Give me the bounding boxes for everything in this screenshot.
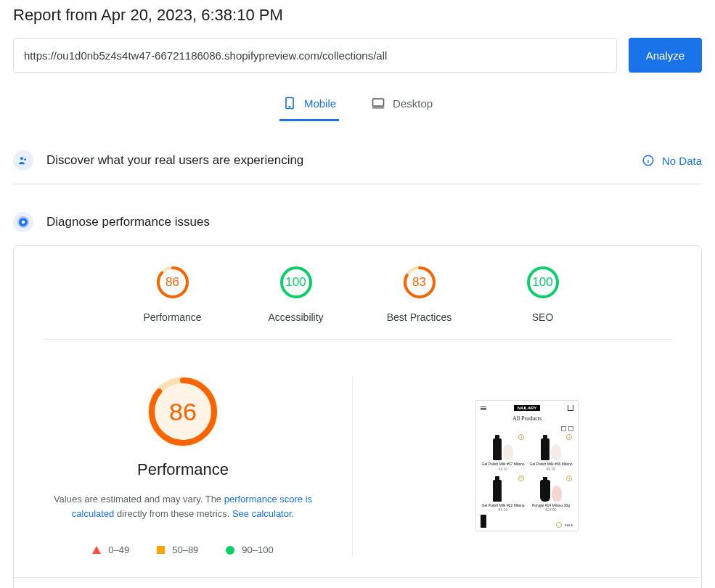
preview-product-3: $ Gel Polish Milk #22 Milano €9.00 [481, 475, 526, 513]
score-performance-label: Performance [143, 311, 201, 323]
score-seo-label: SEO [532, 311, 554, 323]
url-input[interactable] [13, 38, 617, 73]
score-seo[interactable]: 100 SEO [507, 265, 579, 323]
gauge-seo: 100 [526, 265, 560, 300]
tab-mobile-label: Mobile [304, 97, 336, 110]
svg-point-4 [20, 157, 23, 160]
legend-average-icon [157, 546, 165, 554]
discover-section-head: Discover what your real users are experi… [13, 143, 702, 184]
score-performance-value: 86 [155, 265, 190, 300]
metrics-header: METRICS Expand view [14, 577, 701, 588]
svg-point-10 [22, 221, 25, 224]
score-performance[interactable]: 86 Performance [136, 265, 209, 323]
tab-desktop-label: Desktop [393, 97, 433, 110]
preview-cart-icon [568, 405, 573, 411]
scores-row: 86 Performance 100 Accessibility 83 Best… [44, 262, 671, 340]
legend-pass-range: 90–100 [242, 544, 273, 555]
analyze-button[interactable]: Analyze [629, 38, 702, 73]
performance-description: Values are estimated and may vary. The p… [38, 492, 328, 521]
score-best-practices-value: 83 [402, 265, 437, 300]
nodata-text: No Data [662, 155, 702, 167]
score-best-practices-label: Best Practices [387, 311, 452, 323]
gauge-best-practices: 83 [402, 265, 437, 300]
nodata-link[interactable]: No Data [642, 154, 702, 167]
score-accessibility-label: Accessibility [268, 311, 323, 323]
preview-page-title: All Products [481, 415, 573, 422]
legend-fail-icon [92, 546, 101, 554]
gauge-accessibility: 100 [279, 265, 314, 300]
report-card: 86 Performance 100 Accessibility 83 Best… [13, 245, 702, 588]
score-best-practices[interactable]: 83 Best Practices [383, 265, 456, 323]
main-gauge-value: 86 [147, 376, 218, 447]
preview-product-2: $ Gel Polish Milk #36 Milano €9.00 [528, 434, 573, 471]
performance-heading: Performance [137, 460, 229, 479]
gauge-performance: 86 [155, 265, 190, 300]
preview-logo: NAILARY [514, 405, 541, 411]
score-accessibility[interactable]: 100 Accessibility [260, 265, 332, 323]
diagnose-section-head: Diagnose performance issues [13, 184, 702, 245]
desktop-icon [371, 96, 385, 110]
svg-rect-2 [373, 99, 384, 106]
see-calculator-link[interactable]: See calculator. [232, 508, 294, 519]
preview-product-1: $ Gel Polish Milk #37 Milano €9.00 [481, 434, 526, 471]
svg-point-5 [24, 158, 26, 160]
score-accessibility-value: 100 [279, 265, 314, 300]
report-title: Report from Apr 20, 2023, 6:38:10 PM [13, 6, 702, 25]
speedometer-icon [13, 212, 33, 232]
info-icon [642, 154, 655, 167]
legend-fail-range: 0–49 [108, 544, 129, 555]
score-legend: 0–49 50–89 90–100 [92, 544, 273, 555]
score-seo-value: 100 [526, 265, 560, 300]
discover-title: Discover what your real users are experi… [46, 153, 629, 168]
main-gauge: 86 [147, 376, 218, 447]
tab-desktop[interactable]: Desktop [368, 90, 436, 121]
users-icon [13, 150, 33, 171]
legend-pass-icon [226, 546, 234, 555]
diagnose-title: Diagnose performance issues [46, 215, 210, 229]
page-preview: NAILARY All Products $ Gel Polish Milk #… [475, 400, 579, 531]
preview-menu-icon [481, 407, 486, 410]
preview-product-4: $ Polygel #14 Milano 30g €24.00 [528, 475, 573, 513]
legend-average-range: 50–89 [172, 544, 198, 555]
device-tabs: Mobile Desktop [13, 90, 702, 121]
mobile-icon [282, 96, 297, 110]
performance-detail: 86 Performance Values are estimated and … [14, 340, 701, 577]
tab-mobile[interactable]: Mobile [279, 90, 339, 121]
url-row: Analyze [13, 38, 702, 73]
